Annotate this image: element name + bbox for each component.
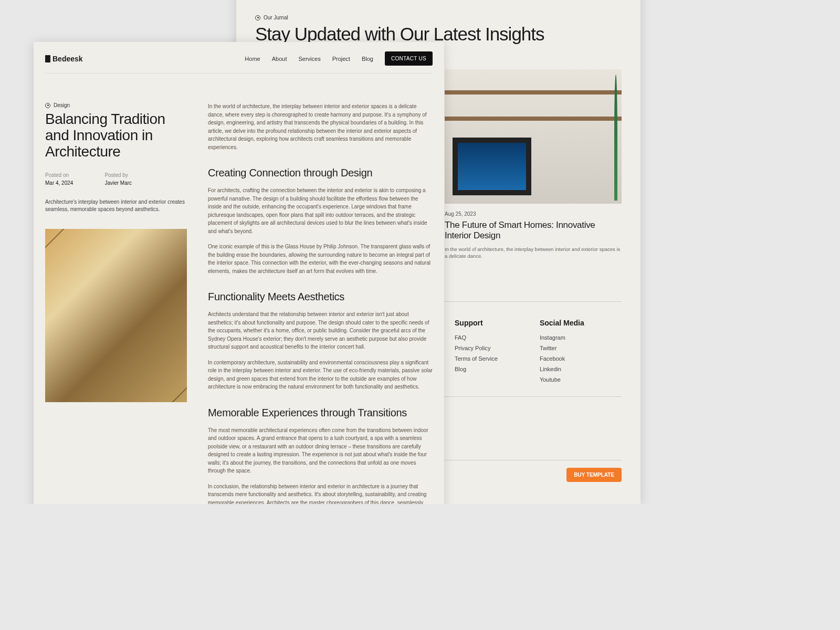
footer-link[interactable]: Blog <box>455 366 498 372</box>
article: Design Balancing Tradition and Innovatio… <box>45 102 433 504</box>
journal-eyebrow: Our Jurnal <box>255 15 622 20</box>
article-meta: Posted on Mar 4, 2024 Posted by Javier M… <box>45 172 187 186</box>
article-paragraph: The most memorable architectural experie… <box>208 426 433 475</box>
contact-button[interactable]: CONTACT US <box>385 51 433 66</box>
section-heading: Memorable Experiences through Transition… <box>208 405 433 421</box>
footer-link[interactable]: Instagram <box>540 334 584 341</box>
article-paragraph: Architects understand that the relations… <box>208 310 433 351</box>
journal-excerpt: In the world of architecture, the interp… <box>445 246 622 260</box>
posted-by-value: Javier Marc <box>104 180 132 186</box>
posted-on-label: Posted on <box>45 172 73 178</box>
journal-date: Aug 25, 2023 <box>445 211 622 217</box>
footer-link[interactable]: Privacy Policy <box>455 345 498 351</box>
category-eyebrow: Design <box>45 102 187 108</box>
article-body: In the world of architecture, the interp… <box>208 102 433 504</box>
footer-link[interactable]: Twitter <box>540 345 584 351</box>
article-paragraph: In conclusion, the relationship between … <box>208 482 433 505</box>
footer-col-support: Support FAQ Privacy Policy Terms of Serv… <box>455 319 498 387</box>
brand-name: Bedeesk <box>52 55 83 63</box>
article-paragraph: For architects, crafting the connection … <box>208 186 433 235</box>
nav-about[interactable]: About <box>272 56 287 62</box>
brand-icon <box>45 55 50 62</box>
section-heading: Creating Connection through Design <box>208 165 433 181</box>
footer-link[interactable]: Facebook <box>540 355 584 362</box>
journal-title: The Future of Smart Homes: Innovative In… <box>445 220 622 242</box>
footer-col-social: Social Media Instagram Twitter Facebook … <box>540 319 584 387</box>
brand[interactable]: Bedeesk <box>45 55 83 63</box>
nav-project[interactable]: Project <box>332 56 350 62</box>
nav-services[interactable]: Services <box>298 56 320 62</box>
footer-heading: Social Media <box>540 319 584 327</box>
footer-link[interactable]: Linkedin <box>540 366 584 372</box>
buy-template-button[interactable]: BUY TEMPLATE <box>566 468 622 482</box>
article-intro: In the world of architecture, the interp… <box>208 102 433 151</box>
article-meta-column: Design Balancing Tradition and Innovatio… <box>45 102 187 504</box>
footer-link[interactable]: Youtube <box>540 376 584 383</box>
nav-home[interactable]: Home <box>245 56 260 62</box>
footer-link[interactable]: FAQ <box>455 334 498 341</box>
navbar: Bedeesk Home About Services Project Blog… <box>45 51 433 74</box>
footer-heading: Support <box>455 319 498 327</box>
dot-icon <box>255 15 260 20</box>
posted-by-label: Posted by <box>104 172 132 178</box>
article-paragraph: One iconic example of this is the Glass … <box>208 243 433 275</box>
journal-image <box>445 69 622 204</box>
dot-icon <box>45 103 50 108</box>
article-paragraph: In contemporary architecture, sustainabi… <box>208 359 433 391</box>
category-label: Design <box>54 102 70 108</box>
page-front-layer: Bedeesk Home About Services Project Blog… <box>34 42 444 504</box>
journal-eyebrow-text: Our Jurnal <box>264 15 288 20</box>
nav-blog[interactable]: Blog <box>362 56 373 62</box>
journal-heading: Stay Updated with Our Latest Insights <box>255 25 622 44</box>
section-heading: Functionality Meets Aesthetics <box>208 289 433 305</box>
footer-link[interactable]: Terms of Service <box>455 355 498 362</box>
article-hero-image <box>45 229 187 402</box>
posted-on-value: Mar 4, 2024 <box>45 180 73 186</box>
article-excerpt: Architecture's interplay between interio… <box>45 198 187 213</box>
article-title: Balancing Tradition and Innovation in Ar… <box>45 111 187 160</box>
journal-card[interactable]: Aug 25, 2023 The Future of Smart Homes: … <box>445 69 622 259</box>
nav-links: Home About Services Project Blog CONTACT… <box>245 51 433 66</box>
